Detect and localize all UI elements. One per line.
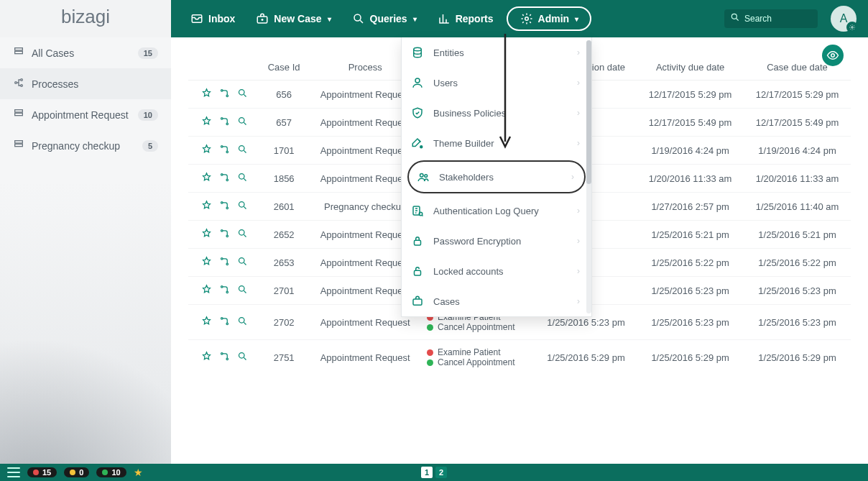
svg-text:bizagi: bizagi [61, 8, 110, 27]
nav-newcase-label: New Case [274, 13, 321, 24]
magnify-icon[interactable] [237, 88, 248, 101]
flow-icon[interactable] [219, 256, 230, 269]
caret-down-icon: ▾ [328, 15, 331, 23]
avatar[interactable]: A [831, 6, 857, 32]
flow-icon[interactable] [219, 144, 230, 157]
flow-icon[interactable] [219, 228, 230, 241]
cell-actdue: 1/25/2016 5:23 pm [637, 277, 744, 305]
magnify-icon[interactable] [237, 316, 248, 329]
status-pill-red[interactable]: 15 [27, 467, 57, 477]
activity-line[interactable]: Cancel Appointment [427, 357, 531, 367]
nav-newcase[interactable]: New Case ▾ [248, 7, 338, 30]
table-row[interactable]: 2751 Appointment Request Examine Patient… [188, 340, 851, 375]
admin-menu-label: Theme Builder [433, 138, 494, 149]
magnify-icon[interactable] [237, 351, 248, 364]
chevron-right-icon: › [577, 47, 580, 58]
cell-casedue: 1/25/2016 11:40 am [744, 193, 851, 221]
admin-menu-users[interactable]: Users› [402, 68, 591, 98]
cell-caseid: 1856 [260, 165, 308, 193]
flow-icon[interactable] [219, 172, 230, 185]
chevron-right-icon: › [577, 206, 580, 216]
row-actions [193, 116, 256, 129]
magnify-icon[interactable] [237, 200, 248, 213]
sidebar-item-all-cases[interactable]: All Cases15 [0, 37, 171, 68]
page-2[interactable]: 2 [435, 467, 447, 478]
page-1[interactable]: 1 [421, 467, 433, 478]
activity-line[interactable]: Cancel Appointment [427, 322, 531, 332]
nav-admin[interactable]: Admin ▾ [507, 6, 592, 31]
sidebar: All Cases15ProcessesAppointment Request1… [0, 37, 171, 464]
admin-menu-entities[interactable]: Entities› [402, 37, 591, 68]
sidebar-item-pregnancy-checkup[interactable]: Pregnancy checkup5 [0, 130, 171, 161]
flow-icon[interactable] [219, 351, 230, 364]
global-search[interactable] [724, 9, 818, 28]
row-actions [193, 228, 256, 241]
search-input[interactable] [744, 14, 809, 24]
flow-icon[interactable] [219, 316, 230, 329]
admin-menu-stakeholders[interactable]: Stakeholders› [407, 160, 586, 193]
magnify-icon[interactable] [237, 228, 248, 241]
admin-menu-cases[interactable]: Cases› [402, 286, 591, 316]
svg-point-6 [851, 27, 854, 29]
sidebar-item-processes[interactable]: Processes [0, 68, 171, 99]
nav-inbox[interactable]: Inbox [183, 7, 242, 30]
admin-menu-theme-builder[interactable]: Theme Builder› [402, 128, 591, 158]
flow-icon[interactable] [219, 200, 230, 213]
magnify-icon[interactable] [237, 256, 248, 269]
star-icon[interactable] [201, 228, 212, 241]
nav-queries[interactable]: Queries ▾ [344, 7, 424, 30]
nav-reports[interactable]: Reports [430, 7, 501, 30]
star-icon[interactable]: ★ [134, 467, 143, 478]
star-icon[interactable] [201, 144, 212, 157]
admin-menu-business-policies[interactable]: Business Policies› [402, 98, 591, 128]
dropdown-scrollbar[interactable] [586, 40, 591, 313]
logo[interactable]: bizagi [0, 0, 171, 37]
svg-rect-12 [15, 110, 23, 112]
row-actions [193, 284, 256, 297]
activity-line[interactable]: Examine Patient [427, 347, 531, 357]
avatar-initial: A [840, 12, 848, 25]
svg-point-38 [221, 286, 223, 288]
admin-menu-label: Stakeholders [439, 172, 494, 183]
svg-point-50 [420, 174, 424, 178]
cell-caseid: 1701 [260, 137, 308, 165]
flow-icon[interactable] [219, 284, 230, 297]
chevron-right-icon: › [577, 138, 580, 148]
admin-menu-authentication-log-query[interactable]: Authentication Log Query› [402, 196, 591, 226]
sidebar-item-appointment-request[interactable]: Appointment Request10 [0, 99, 171, 130]
burger-icon[interactable] [7, 467, 20, 477]
star-icon[interactable] [201, 88, 212, 101]
magnify-icon[interactable] [237, 144, 248, 157]
hierarchy-icon [13, 77, 24, 91]
eye-button[interactable] [822, 45, 844, 66]
cell-casedue: 1/25/2016 5:21 pm [744, 221, 851, 249]
admin-menu-locked-accounts[interactable]: Locked accounts› [402, 256, 591, 286]
status-pill-yellow[interactable]: 0 [64, 467, 89, 477]
cell-process: Appointment Request [308, 340, 423, 375]
cell-caseid: 2601 [260, 193, 308, 221]
star-icon[interactable] [201, 316, 212, 329]
flow-icon[interactable] [219, 116, 230, 129]
star-icon[interactable] [201, 116, 212, 129]
svg-point-51 [425, 175, 428, 178]
svg-point-10 [21, 79, 23, 81]
svg-point-40 [239, 286, 244, 292]
admin-menu-password-encryption[interactable]: Password Encryption› [402, 226, 591, 256]
star-icon[interactable] [201, 351, 212, 364]
flow-icon[interactable] [219, 88, 230, 101]
magnify-icon[interactable] [237, 116, 248, 129]
magnify-icon[interactable] [237, 284, 248, 297]
cell-actdue: 1/25/2016 5:21 pm [637, 221, 744, 249]
cell-casedue: 1/25/2016 5:23 pm [744, 277, 851, 305]
people-icon [416, 170, 430, 184]
star-icon[interactable] [201, 200, 212, 213]
chevron-right-icon: › [577, 108, 580, 118]
star-icon[interactable] [201, 172, 212, 185]
status-pill-green[interactable]: 10 [96, 467, 126, 477]
svg-point-44 [221, 353, 223, 355]
svg-point-36 [226, 263, 228, 265]
magnify-icon[interactable] [237, 172, 248, 185]
cell-caseid: 2652 [260, 221, 308, 249]
star-icon[interactable] [201, 256, 212, 269]
star-icon[interactable] [201, 284, 212, 297]
